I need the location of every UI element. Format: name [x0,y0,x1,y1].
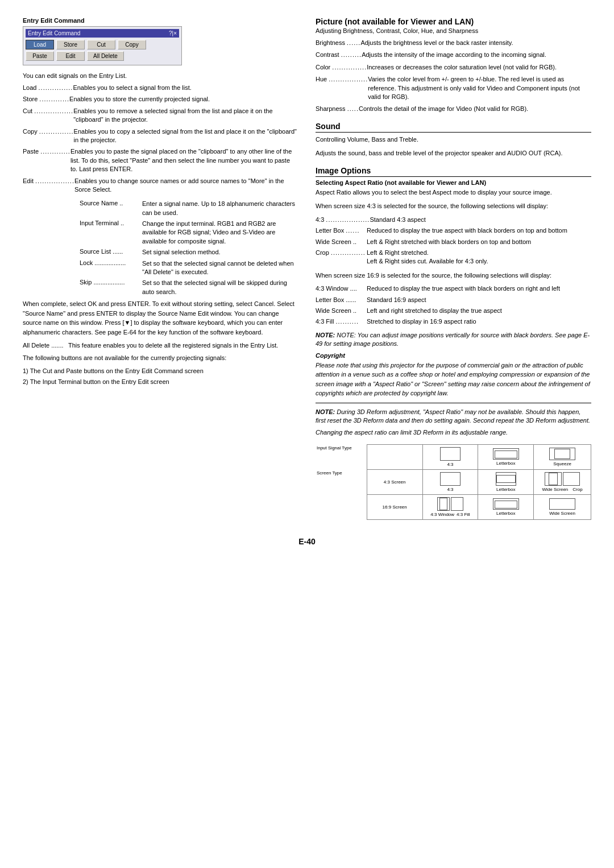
def-load: Load ............... Enables you to sele… [23,84,298,92]
sub-desc-lock: Set so that the selected signal cannot b… [142,259,298,277]
diagram-label-screen: Screen Type [317,470,342,476]
aspect-ratio-subheading: Selecting Aspect Ratio (not available fo… [316,179,591,186]
term-letterbox2: Letter Box ...... [316,296,367,304]
diagram-43screen-last [535,472,590,486]
edit-sub-items: Source Name .. Enter a signal name. Up t… [68,200,298,296]
desc-cut: Enables you to remove a selected signal … [73,107,298,125]
sound-text: Adjusts the sound, bass and treble level… [316,148,591,158]
cut-button[interactable]: Cut [87,40,115,49]
picture-title: Picture (not available for Viewer and LA… [316,17,591,26]
term-color: Color ............... [316,63,367,72]
term-brightness: Brightness ...... [316,39,360,47]
desc-sharpness: Controls the detail of the image for Vid… [359,105,591,113]
desc-paste: Enables you to paste the signal placed o… [70,147,298,173]
term-contrast: Contrast ......... [316,51,362,59]
desc-crop: Left & Right stretched. Left & Right sid… [367,249,591,266]
sub-term-srclist: Source List ...... [80,248,142,257]
note1-label: NOTE: [316,332,337,338]
aspect-43fill: 4:3 Fill .......... Stretched to display… [316,317,591,326]
sub-term-source: Source Name .. [80,200,142,217]
sub-desc-skip: Set so that the selected signal will be … [142,279,298,296]
edit-button[interactable]: Edit [56,51,85,61]
paste-button[interactable]: Paste [26,51,54,61]
desc-store: Enables you to store the currently proje… [69,95,298,104]
desc-brightness: Adjusts the brightness level or the back… [360,39,591,47]
term-43window: 4:3 Window .... [316,284,367,293]
edit-paragraph: When complete, select OK and press ENTER… [23,299,298,337]
entry-edit-heading: Entry Edit Command [23,17,298,24]
def-brightness: Brightness ...... Adjusts the brightness… [316,39,591,47]
desc-widescreen: Left & Right stretched with black border… [367,238,591,246]
aspect-diagram: Input Signal Type 4:3 [316,444,591,520]
term-edit: Edit ................. [23,177,74,195]
diagram-169screen-label: 16:9 Screen [368,505,421,510]
sound-subtitle: Controlling Volume, Bass and Treble. [316,135,591,144]
copyright-label: Copyright [316,352,591,359]
term-cut: Cut ................. [23,107,73,125]
aspect-letterbox2: Letter Box ...... Standard 16:9 aspect [316,296,591,304]
left-column: Entry Edit Command Entry Edit Command ?|… [23,17,298,520]
note2-body: During 3D Reform adjustment, "Aspect Rat… [316,408,590,424]
dialog-row2: Paste Edit All Delete [26,51,179,61]
all-delete-button[interactable]: All Delete [87,51,124,61]
entry-edit-dialog: Entry Edit Command ?|× Load Store Cut Co… [23,26,182,65]
aspect-crop: Crop ............... Left & Right stretc… [316,249,591,266]
diagram-43-box [440,447,460,461]
numbered-item-1: 1) The Cut and Paste buttons on the Entr… [23,367,298,375]
note3-text: Changing the aspect ratio can limit 3D R… [316,428,591,437]
diagram-169screen-cells [424,497,477,511]
diagram-43window-label: 4:3 Window [430,512,454,517]
desc-letterbox2: Standard 16:9 aspect [367,296,591,304]
entry-intro-text: You can edit signals on the Entry List. [23,72,298,79]
copyright-section: Copyright Please note that using this pr… [316,352,591,398]
picture-definitions: Brightness ...... Adjusts the brightness… [316,39,591,114]
desc-43: Standard 4:3 aspect [370,216,591,224]
right-column: Picture (not available for Viewer and LA… [316,17,591,520]
note1-text: NOTE: NOTE: You can adjust image positio… [316,331,591,349]
dialog-controls: ?|× [169,30,177,36]
aspect-169-list: 4:3 Window .... Reduced to display the t… [316,284,591,326]
note1-body: NOTE: You can adjust image positions ver… [316,332,590,347]
diagram-169-letterbox-label: Letterbox [479,511,532,516]
dialog-title-bar: Entry Edit Command ?|× [26,29,179,38]
diagram-label-squeeze: Squeeze [535,461,590,466]
desc-hue: Varies the color level from +/- green to… [368,75,591,101]
store-button[interactable]: Store [56,40,85,49]
desc-letterbox: Reduced to display the true aspect with … [367,226,591,235]
desc-color: Increases or decreases the color saturat… [367,63,591,72]
aspect-subtext2: When screen size 4:3 is selected for the… [316,201,591,211]
page-number: E-40 [23,531,591,546]
def-edit: Edit ................. Enables you to ch… [23,177,298,195]
image-options-title: Image Options [316,166,591,177]
desc-widescreen2: Left and right stretched to display the … [367,307,591,315]
aspect-43window: 4:3 Window .... Reduced to display the t… [316,284,591,293]
sub-skip: Skip .................. Set so that the … [80,279,298,296]
picture-subtitle: Adjusting Brightness, Contrast, Color, H… [316,27,591,34]
image-options-section: Image Options Selecting Aspect Ratio (no… [316,166,591,520]
load-button[interactable]: Load [26,40,54,49]
dialog-row1: Load Store Cut Copy [26,40,179,49]
diagram-169-widescreen-label: Wide Screen [535,511,590,516]
sub-term-lock: Lock .................. [80,259,142,277]
numbered-item-2: 2) The Input Terminal button on the Entr… [23,378,298,386]
diagram-label-letterbox: Letterbox [479,461,532,466]
term-43: 4:3 ................... [316,216,370,224]
sub-desc-srclist: Set signal selection method. [142,248,298,257]
diagram-43fill-label: 4:3 Fill [457,512,470,517]
main-definitions: Load ............... Enables you to sele… [23,84,298,194]
sub-term-input: Input Terminal .. [80,220,142,246]
diagram-widescreen-label: Wide Screen [542,487,569,492]
def-hue: Hue ................. Varies the color l… [316,75,591,101]
aspect-43: 4:3 ................... Standard 4:3 asp… [316,216,591,224]
copy-button[interactable]: Copy [118,40,146,49]
desc-all-delete: This feature enables you to delete all t… [68,341,298,350]
diagram-43screen-label: 4:3 Screen [368,480,421,485]
diagram-43screen-43 [440,472,460,486]
following-text: The following buttons are not available … [23,353,298,363]
def-store: Store ............. Enables you to store… [23,95,298,104]
aspect-subtext3: When screen size 16:9 is selected for th… [316,271,591,280]
aspect-letterbox: Letter Box ...... Reduced to display the… [316,226,591,235]
term-paste: Paste ............. [23,147,70,173]
diagram-43screen-letterbox [496,472,516,486]
term-copy: Copy ............... [23,127,74,145]
